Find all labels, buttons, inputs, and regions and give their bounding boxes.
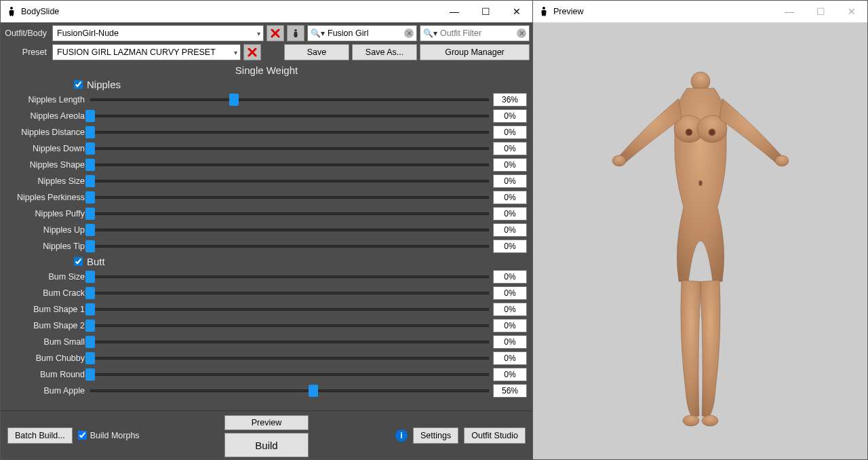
slider-thumb[interactable]	[85, 368, 95, 381]
slider-thumb[interactable]	[85, 336, 95, 348]
slider-track[interactable]	[90, 239, 489, 253]
group-checkbox[interactable]	[74, 80, 83, 89]
preview-button[interactable]: Preview	[224, 415, 309, 430]
outfit-body-value: FusionGirl-Nude	[57, 28, 119, 38]
slider-value[interactable]: 0%	[493, 319, 527, 332]
slider-value[interactable]: 0%	[493, 368, 527, 381]
outfit-filter-input[interactable]	[440, 28, 514, 38]
svg-point-6	[612, 155, 626, 166]
slider-value[interactable]: 0%	[493, 191, 527, 204]
slider-value[interactable]: 0%	[493, 109, 527, 123]
slider-label: Bum Crack	[1, 288, 86, 298]
slider-thumb[interactable]	[85, 110, 95, 122]
slider-track[interactable]	[90, 207, 489, 221]
slider-thumb[interactable]	[85, 320, 95, 332]
slider-track[interactable]	[90, 93, 489, 107]
slider-value[interactable]: 56%	[493, 384, 527, 398]
clear-icon[interactable]: ✕	[404, 28, 414, 38]
slider-thumb[interactable]	[309, 385, 318, 397]
slider-track[interactable]	[90, 223, 489, 237]
slider-value[interactable]: 0%	[493, 286, 527, 300]
slider-thumb[interactable]	[85, 303, 95, 315]
preview-viewport[interactable]	[533, 22, 867, 459]
slider-list[interactable]: Nipples Nipples Length 36% Nipples Areol…	[1, 77, 532, 410]
slider-track[interactable]	[90, 174, 489, 188]
preview-titlebar[interactable]: Preview — ☐ ✕	[533, 1, 867, 22]
slider-value[interactable]: 0%	[493, 239, 527, 253]
preview-title: Preview	[553, 7, 774, 16]
outfit-body-dropdown[interactable]: FusionGirl-Nude ▾	[52, 25, 264, 41]
slider-value[interactable]: 0%	[493, 126, 527, 139]
slider-thumb[interactable]	[229, 94, 239, 106]
save-as-button[interactable]: Save As...	[352, 44, 417, 60]
slider-value[interactable]: 0%	[493, 351, 527, 365]
svg-point-8	[683, 415, 699, 426]
slider-track[interactable]	[90, 303, 489, 316]
slider-value[interactable]: 0%	[493, 303, 527, 316]
outfit-studio-button[interactable]: Outfit Studio	[464, 427, 526, 444]
slider-thumb[interactable]	[85, 175, 95, 187]
slider-track[interactable]	[90, 109, 489, 123]
slider-value[interactable]: 0%	[493, 335, 527, 349]
group-manager-button[interactable]: Group Manager	[420, 44, 530, 60]
slider-track[interactable]	[90, 286, 489, 300]
slider-track[interactable]	[90, 191, 489, 204]
delete-preset-button[interactable]	[243, 44, 261, 60]
slider-track[interactable]	[90, 384, 489, 398]
batch-build-button[interactable]: Batch Build...	[7, 427, 73, 444]
group-filter-input[interactable]	[328, 28, 401, 38]
slider-value[interactable]: 36%	[493, 93, 527, 107]
save-button[interactable]: Save	[284, 44, 349, 60]
info-icon[interactable]: i	[395, 429, 408, 442]
slider-thumb[interactable]	[85, 208, 95, 220]
slider-track[interactable]	[90, 319, 489, 332]
slider-thumb[interactable]	[85, 240, 95, 252]
slider-thumb[interactable]	[85, 287, 95, 299]
slider-thumb[interactable]	[85, 126, 95, 138]
maximize-button[interactable]: ☐	[805, 1, 836, 22]
slider-thumb[interactable]	[85, 142, 95, 155]
main-titlebar[interactable]: BodySlide — ☐ ✕	[1, 1, 532, 22]
slider-track[interactable]	[90, 126, 489, 139]
group-checkbox[interactable]	[74, 257, 83, 266]
close-button[interactable]: ✕	[501, 1, 532, 22]
delete-outfit-button[interactable]	[267, 25, 284, 41]
preset-dropdown[interactable]: FUSION GIRL LAZMAN CURVY PRESET ▾	[52, 44, 241, 60]
slider-thumb[interactable]	[85, 271, 95, 283]
slider-label: Nipples Puffy	[1, 209, 86, 218]
slider-track[interactable]	[90, 368, 489, 381]
slider-value[interactable]: 0%	[493, 158, 527, 172]
minimize-button[interactable]: —	[774, 1, 805, 22]
outfit-filter-search[interactable]: 🔍▾ ✕	[420, 25, 530, 41]
slider-track[interactable]	[90, 142, 489, 155]
build-morphs-checkbox-wrap[interactable]: Build Morphs	[78, 431, 140, 440]
slider-track[interactable]	[90, 158, 489, 172]
preset-value: FUSION GIRL LAZMAN CURVY PRESET	[57, 47, 216, 57]
build-morphs-checkbox[interactable]	[78, 431, 87, 440]
slider-thumb[interactable]	[85, 159, 95, 171]
slider-value[interactable]: 0%	[493, 223, 527, 237]
app-icon	[538, 6, 549, 17]
slider-row: Bum Shape 2 0%	[1, 318, 532, 334]
footer: Batch Build... Build Morphs Preview Buil…	[1, 410, 532, 459]
slider-track[interactable]	[90, 270, 489, 284]
slider-track[interactable]	[90, 335, 489, 349]
close-button[interactable]: ✕	[836, 1, 867, 22]
slider-thumb[interactable]	[85, 352, 95, 364]
slider-value[interactable]: 0%	[493, 142, 527, 155]
slider-track[interactable]	[90, 351, 489, 365]
group-filter-search[interactable]: 🔍▾ ✕	[307, 25, 417, 41]
window-controls: — ☐ ✕	[439, 1, 532, 22]
clear-icon[interactable]: ✕	[517, 28, 526, 38]
svg-point-4	[709, 129, 715, 136]
settings-button[interactable]: Settings	[413, 427, 458, 444]
slider-thumb[interactable]	[85, 191, 95, 204]
slider-thumb[interactable]	[85, 224, 95, 236]
browse-outfit-button[interactable]	[287, 25, 304, 41]
maximize-button[interactable]: ☐	[470, 1, 501, 22]
minimize-button[interactable]: —	[439, 1, 470, 22]
build-button[interactable]: Build	[224, 433, 309, 457]
slider-value[interactable]: 0%	[493, 174, 527, 188]
slider-value[interactable]: 0%	[493, 207, 527, 221]
slider-value[interactable]: 0%	[493, 270, 527, 284]
